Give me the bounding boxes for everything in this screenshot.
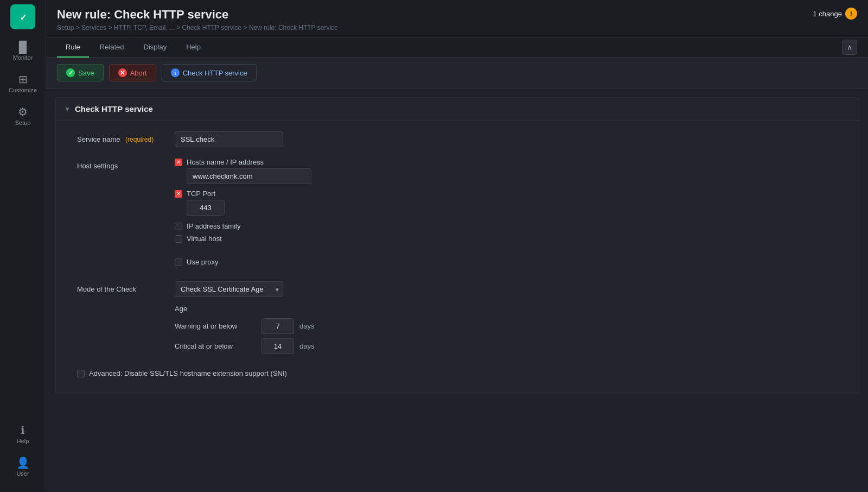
hostname-label: Hosts name / IP address (187, 158, 264, 166)
save-icon: ✓ (66, 68, 75, 77)
info-button[interactable]: i Check HTTP service (162, 64, 257, 81)
advanced-sni-label: Advanced: Disable SSL/TLS hostname exten… (89, 369, 287, 377)
warning-icon: ! (845, 8, 857, 20)
header-left: New rule: Check HTTP service Setup > Ser… (57, 8, 338, 31)
main-content: New rule: Check HTTP service Setup > Ser… (46, 0, 868, 492)
svg-text:✓: ✓ (20, 13, 27, 22)
sidebar-item-monitor-label: Monitor (13, 54, 33, 61)
mode-select-wrapper: Check SSL Certificate Age Check HTTP URL… (175, 281, 283, 297)
service-name-row: Service name (required) (77, 131, 837, 147)
sidebar-item-customize[interactable]: ⊞ Customize (0, 67, 46, 100)
sidebar-item-user[interactable]: 👤 User (0, 451, 46, 483)
sidebar-item-setup-label: Setup (15, 119, 31, 126)
content-area: ▼ Check HTTP service Service name (requi… (46, 89, 868, 492)
info-icon: i (171, 68, 180, 77)
service-name-label: Service name (77, 135, 120, 143)
host-settings-label: Host settings (77, 158, 164, 170)
tcp-port-header: ✕ TCP Port (175, 190, 215, 198)
setup-icon: ⚙ (18, 106, 28, 117)
change-count: 1 change (813, 10, 843, 18)
critical-label: Critical at or below (175, 342, 256, 350)
action-bar: ✓ Save ✕ Abort i Check HTTP service (46, 58, 868, 89)
ip-address-family-checkbox[interactable] (175, 223, 182, 230)
use-proxy-checkbox[interactable] (175, 258, 182, 266)
sidebar-item-help-label: Help (17, 438, 29, 444)
advanced-row: Advanced: Disable SSL/TLS hostname exten… (77, 369, 837, 377)
page-title: New rule: Check HTTP service (57, 8, 338, 22)
host-settings-row: Host settings ✕ Hosts name / IP address (77, 158, 837, 247)
age-title: Age (175, 305, 837, 313)
virtual-host-checkbox[interactable] (175, 235, 182, 243)
tab-display[interactable]: Display (135, 37, 176, 58)
mode-select[interactable]: Check SSL Certificate Age Check HTTP URL… (175, 281, 283, 297)
check-http-section: ▼ Check HTTP service Service name (requi… (55, 97, 859, 394)
hostname-input[interactable] (187, 168, 311, 184)
sidebar-item-customize-label: Customize (9, 87, 37, 93)
tab-related[interactable]: Related (91, 37, 133, 58)
hostname-row: ✕ Hosts name / IP address (175, 158, 837, 184)
hostname-remove-icon[interactable]: ✕ (175, 159, 182, 166)
section-header[interactable]: ▼ Check HTTP service (55, 98, 859, 121)
service-name-label-area: Service name (required) (77, 131, 164, 143)
sidebar-item-setup[interactable]: ⚙ Setup (0, 100, 46, 133)
sidebar-item-help[interactable]: ℹ Help (0, 418, 46, 451)
collapse-icon: ∧ (847, 43, 852, 52)
section-body: Service name (required) Host settings (55, 121, 859, 394)
nav-tabs: Rule Related Display Help ∧ (46, 37, 868, 58)
customize-icon: ⊞ (18, 74, 28, 85)
service-name-content (175, 131, 837, 147)
user-icon: 👤 (16, 457, 30, 468)
save-button[interactable]: ✓ Save (57, 64, 104, 81)
checkmk-logo[interactable]: ✓ (10, 4, 35, 29)
critical-row: Critical at or below days (175, 338, 837, 354)
warning-value-input[interactable] (261, 318, 294, 334)
breadcrumb: Setup > Services > HTTP, TCP, Email, ...… (57, 24, 338, 31)
nav-collapse-button[interactable]: ∧ (842, 40, 857, 55)
virtual-host-label: Virtual host (187, 235, 222, 243)
sidebar-bottom: ℹ Help 👤 User (0, 418, 46, 492)
mode-content: Check SSL Certificate Age Check HTTP URL… (175, 281, 837, 358)
sidebar-item-user-label: User (16, 470, 29, 477)
tab-rule[interactable]: Rule (57, 37, 89, 58)
tab-help[interactable]: Help (177, 37, 209, 58)
virtual-host-row: Virtual host (175, 235, 837, 243)
use-proxy-label-col (77, 258, 164, 262)
age-group: Age Warning at or below days Critical at… (175, 305, 837, 354)
abort-button[interactable]: ✕ Abort (109, 64, 156, 81)
use-proxy-checkbox-row: Use proxy (175, 258, 837, 266)
tcp-port-row: ✕ TCP Port (175, 190, 837, 216)
use-proxy-label: Use proxy (187, 258, 219, 266)
hostname-header: ✕ Hosts name / IP address (175, 158, 264, 166)
top-header: New rule: Check HTTP service Setup > Ser… (46, 0, 868, 37)
tcp-port-remove-icon[interactable]: ✕ (175, 190, 182, 198)
host-settings-content: ✕ Hosts name / IP address ✕ TCP Port (175, 158, 837, 247)
mode-label: Mode of the Check (77, 281, 164, 293)
warning-label: Warning at or below (175, 322, 256, 330)
chevron-down-icon: ▼ (64, 105, 71, 113)
use-proxy-content: Use proxy (175, 258, 837, 270)
critical-value-input[interactable] (261, 338, 294, 354)
mode-row: Mode of the Check Check SSL Certificate … (77, 281, 837, 358)
critical-days-label: days (299, 342, 314, 350)
monitor-icon: ▐▌ (15, 41, 30, 52)
service-name-required: (required) (125, 136, 154, 143)
sidebar: ✓ ▐▌ Monitor ⊞ Customize ⚙ Setup ℹ Help … (0, 0, 46, 492)
ip-address-family-label: IP address family (187, 222, 240, 230)
use-proxy-row: Use proxy (77, 258, 837, 270)
change-badge[interactable]: 1 change ! (813, 8, 858, 20)
tcp-port-input[interactable] (187, 200, 225, 216)
warning-days-label: days (299, 322, 314, 330)
section-title: Check HTTP service (75, 104, 153, 113)
service-name-input[interactable] (175, 131, 283, 147)
ip-address-family-row: IP address family (175, 222, 837, 230)
help-icon: ℹ (21, 425, 25, 436)
advanced-sni-checkbox[interactable] (77, 370, 85, 377)
tcp-port-label: TCP Port (187, 190, 215, 198)
sidebar-item-monitor[interactable]: ▐▌ Monitor (0, 35, 46, 67)
warning-row: Warning at or below days (175, 318, 837, 334)
abort-icon: ✕ (118, 68, 127, 77)
